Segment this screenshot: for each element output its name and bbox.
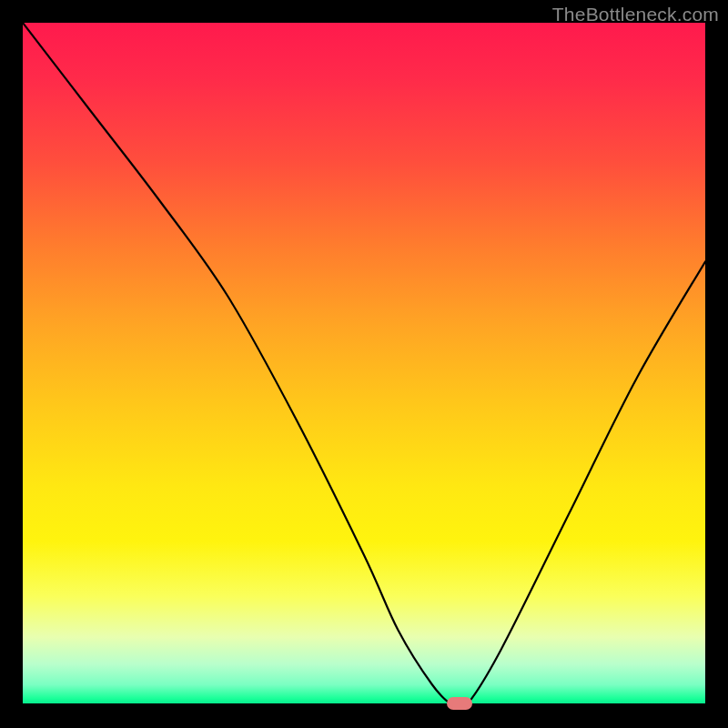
optimal-marker xyxy=(447,697,472,710)
bottleneck-curve-svg xyxy=(23,23,705,705)
bottleneck-curve xyxy=(23,23,705,705)
plot-area xyxy=(23,23,705,705)
chart-container: TheBottleneck.com xyxy=(0,0,728,728)
